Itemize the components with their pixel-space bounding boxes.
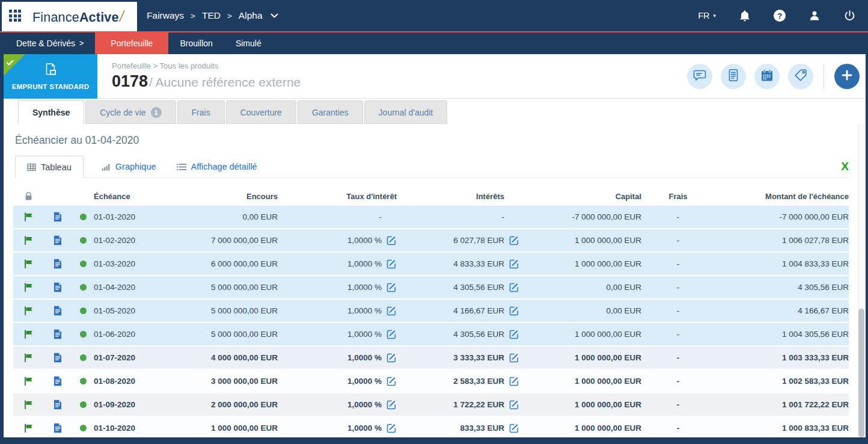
edit-icon[interactable]	[509, 259, 519, 269]
flag-icon[interactable]	[13, 377, 43, 386]
cell-echeance: 01-08-2020	[94, 377, 178, 386]
table-row[interactable]: 01-08-20203 000 000,00 EUR1,0000 %2 583,…	[13, 370, 849, 392]
column-header-taux[interactable]: Taux d'intérêt	[278, 192, 397, 201]
column-header-montant[interactable]: Montant de l'échéance	[715, 192, 849, 201]
tags-button[interactable]	[788, 64, 813, 89]
cell-encours: 5 000 000,00 EUR	[178, 306, 278, 315]
cell-taux: -	[278, 212, 397, 222]
comments-button[interactable]	[687, 64, 712, 89]
edit-icon[interactable]	[387, 235, 397, 245]
add-button[interactable]	[834, 64, 860, 89]
cell-taux: 1,0000 %	[278, 235, 397, 245]
tab-frais[interactable]: Frais	[177, 100, 225, 124]
flag-icon[interactable]	[13, 424, 43, 433]
table-row[interactable]: 01-02-20207 000 000,00 EUR1,0000 %6 027,…	[13, 229, 849, 251]
flag-icon[interactable]	[13, 283, 43, 292]
logo[interactable]: FinanceActive/	[2, 2, 137, 31]
cell-echeance: 01-01-2020	[94, 212, 178, 221]
edit-icon[interactable]	[509, 329, 519, 339]
cell-interets: -	[397, 212, 519, 222]
cell-taux: 1,0000 %	[278, 399, 397, 410]
document-icon[interactable]	[43, 376, 72, 386]
edit-icon[interactable]	[387, 306, 397, 316]
breadcrumb-item-fairways[interactable]: Fairways	[147, 10, 184, 21]
tab-garanties[interactable]: Garanties	[298, 100, 363, 124]
breadcrumb-item-ted[interactable]: TED	[202, 10, 221, 21]
edit-icon[interactable]	[509, 399, 519, 410]
table-row[interactable]: 01-04-20205 000 000,00 EUR1,0000 %4 305,…	[13, 276, 849, 298]
table-row[interactable]: 01-05-20205 000 000,00 EUR1,0000 %4 166,…	[13, 300, 849, 322]
column-header-encours[interactable]: Encours	[178, 192, 278, 201]
breadcrumb-item-alpha[interactable]: Alpha	[239, 10, 263, 21]
flag-icon[interactable]	[13, 306, 43, 315]
chevron-down-icon[interactable]	[270, 13, 278, 18]
tab-journal-d-audit[interactable]: Journal d'audit	[364, 100, 448, 124]
documents-button[interactable]	[721, 64, 746, 89]
contract-icon	[43, 63, 58, 80]
language-selector[interactable]: FR▾	[698, 11, 716, 20]
column-header-echeance[interactable]: Échéance	[94, 192, 178, 201]
view-tab-affichage-detaille[interactable]: Affichage détaillé	[174, 156, 260, 177]
edit-icon[interactable]	[509, 282, 519, 292]
document-icon[interactable]	[43, 235, 72, 245]
column-header-capital[interactable]: Capital	[519, 192, 641, 201]
edit-icon[interactable]	[387, 259, 397, 269]
flag-icon[interactable]	[13, 259, 43, 268]
table-row[interactable]: 01-09-20202 000 000,00 EUR1,0000 %1 722,…	[13, 393, 849, 416]
calendar-button[interactable]	[754, 64, 780, 89]
tab-couverture[interactable]: Couverture	[226, 100, 296, 124]
flag-icon[interactable]	[13, 212, 43, 221]
scrollbar-thumb[interactable]	[858, 309, 864, 437]
nav-item-portefeuille[interactable]: Portefeuille	[95, 32, 168, 54]
help-button[interactable]: ?	[774, 10, 786, 22]
column-header-interets[interactable]: Intérêts	[397, 192, 519, 201]
nav-item-simule[interactable]: Simulé	[224, 32, 273, 54]
edit-icon[interactable]	[509, 376, 519, 386]
edit-icon[interactable]	[387, 282, 397, 292]
caret-down-icon: ▾	[713, 13, 716, 19]
flag-icon[interactable]	[13, 330, 43, 339]
document-icon[interactable]	[43, 282, 72, 292]
check-icon	[7, 57, 13, 68]
edit-icon[interactable]	[387, 353, 397, 363]
tab-cycle-de-vie[interactable]: Cycle de vie1	[85, 100, 176, 124]
flag-icon[interactable]	[13, 236, 43, 245]
document-icon[interactable]	[43, 329, 72, 339]
edit-icon[interactable]	[509, 423, 519, 433]
table-row[interactable]: 01-06-20205 000 000,00 EUR1,0000 %4 305,…	[13, 323, 849, 345]
document-icon[interactable]	[43, 259, 72, 269]
chevron-right-icon: >	[79, 39, 84, 48]
plus-icon	[842, 70, 852, 83]
table-row[interactable]: 01-07-20204 000 000,00 EUR1,0000 %3 333,…	[13, 347, 849, 369]
nav-item-brouillon[interactable]: Brouillon	[168, 32, 224, 54]
table-row[interactable]: 01-10-20201 000 000,00 EUR1,0000 %833,33…	[13, 417, 849, 437]
flag-icon[interactable]	[13, 400, 43, 409]
edit-icon[interactable]	[387, 423, 397, 433]
app-launcher-icon[interactable]	[9, 10, 23, 23]
vertical-scrollbar[interactable]	[858, 124, 864, 437]
document-icon[interactable]	[43, 306, 72, 316]
logout-button[interactable]	[843, 10, 856, 22]
bar-chart-icon	[102, 162, 111, 171]
flag-icon[interactable]	[13, 353, 43, 362]
table-row[interactable]: 01-01-20200,00 EUR---7 000 000,00 EUR--7…	[13, 206, 849, 228]
user-button[interactable]	[808, 10, 821, 22]
excel-export-icon[interactable]: X	[841, 161, 849, 172]
edit-icon[interactable]	[509, 235, 519, 245]
edit-icon[interactable]	[387, 376, 397, 386]
notifications-button[interactable]	[739, 10, 751, 22]
tab-synthese[interactable]: Synthèse	[18, 100, 84, 124]
edit-icon[interactable]	[509, 306, 519, 316]
table-row[interactable]: 01-03-20206 000 000,00 EUR1,0000 %4 833,…	[13, 253, 849, 275]
nav-item-dette-derives[interactable]: Dette & Dérivés>	[5, 32, 95, 54]
edit-icon[interactable]	[509, 353, 519, 363]
document-icon[interactable]	[43, 423, 72, 433]
view-tab-tableau[interactable]: Tableau	[15, 156, 84, 178]
column-header-frais[interactable]: Frais	[641, 192, 715, 201]
edit-icon[interactable]	[387, 399, 397, 410]
document-icon[interactable]	[43, 399, 72, 410]
view-tab-graphique[interactable]: Graphique	[99, 156, 159, 177]
document-icon[interactable]	[43, 353, 72, 363]
document-icon[interactable]	[43, 212, 72, 222]
edit-icon[interactable]	[387, 329, 397, 339]
